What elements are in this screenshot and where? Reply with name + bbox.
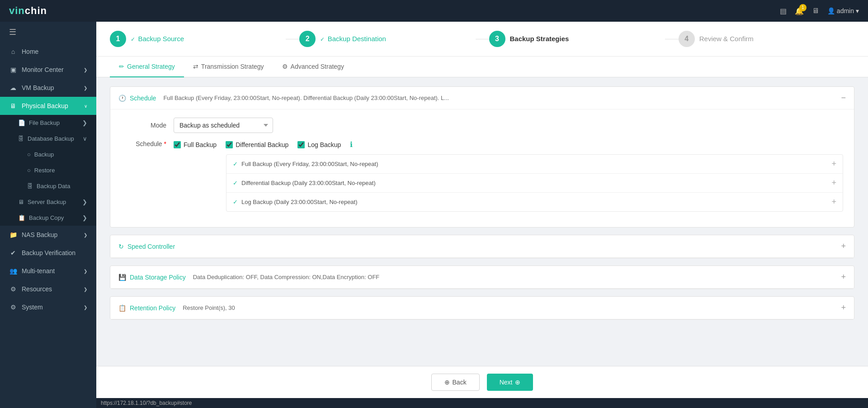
- storage-expand-icon[interactable]: +: [841, 272, 846, 282]
- full-backup-checkbox[interactable]: [174, 141, 181, 148]
- log-schedule-expand-icon[interactable]: +: [831, 197, 836, 207]
- checkbox-group: Full Backup Differential Backup Log Back…: [174, 140, 843, 149]
- next-icon: ⊕: [515, 379, 520, 386]
- log-check-icon: ✓: [233, 199, 238, 205]
- chevron-icon-vm: ❯: [84, 85, 87, 90]
- tab-general-strategy[interactable]: ✏ General Strategy: [110, 57, 184, 77]
- schedule-description: Full Backup (Every Friday, 23:00:00Start…: [163, 95, 449, 101]
- sidebar-item-server-backup[interactable]: 🖥 Server Backup ❯: [0, 194, 96, 210]
- main-content: 1 ✓ Backup Source 2 ✓ Backup Destination…: [96, 22, 868, 408]
- schedule-card-header[interactable]: 🕐 Schedule Full Backup (Every Friday, 23…: [110, 87, 854, 109]
- sidebar-item-backup-copy[interactable]: 📋 Backup Copy ❯: [0, 210, 96, 226]
- messages-icon[interactable]: ▤: [780, 7, 787, 15]
- back-button[interactable]: ⊕ Back: [431, 374, 480, 391]
- schedule-item-differential: ✓ Differential Backup (Daily 23:00:00Sta…: [226, 174, 843, 193]
- step-label-2: ✓ Backup Destination: [320, 35, 386, 43]
- diff-schedule-expand-icon[interactable]: +: [831, 178, 836, 188]
- nas-backup-icon: 📁: [9, 231, 17, 238]
- retention-card-header[interactable]: 📋 Retention Policy Restore Point(s), 30 …: [110, 297, 854, 319]
- speed-title: Speed Controller: [127, 243, 175, 250]
- retention-title: Retention Policy: [130, 304, 175, 312]
- sidebar-label-backup-copy: Backup Copy: [29, 214, 64, 221]
- speed-icon: ↻: [118, 243, 124, 250]
- chevron-tenant: ❯: [84, 269, 87, 274]
- sidebar-item-system[interactable]: ⚙ System ❯: [0, 298, 96, 316]
- transmission-tab-icon: ⇄: [193, 63, 198, 70]
- sidebar-item-physical-backup[interactable]: 🖥 Physical Backup ∨: [0, 97, 96, 115]
- wizard-step-1: 1 ✓ Backup Source: [110, 31, 286, 47]
- retention-policy-card: 📋 Retention Policy Restore Point(s), 30 …: [110, 296, 854, 320]
- full-check-icon: ✓: [233, 161, 238, 167]
- backup-copy-icon: 📋: [18, 214, 25, 221]
- backup-verification-icon: ✔: [9, 249, 17, 256]
- content-body: 🕐 Schedule Full Backup (Every Friday, 23…: [96, 77, 868, 366]
- tab-transmission-strategy[interactable]: ⇄ Transmission Strategy: [184, 57, 273, 77]
- sidebar-toggle[interactable]: ☰: [0, 22, 96, 43]
- schedule-controls: Full Backup Differential Backup Log Back…: [174, 140, 843, 212]
- schedule-item-full: ✓ Full Backup (Every Friday, 23:00:00Sta…: [226, 155, 843, 174]
- sidebar-item-restore[interactable]: ○ Restore: [0, 162, 96, 178]
- retention-description: Restore Point(s), 30: [183, 304, 235, 311]
- step-check-2: ✓: [320, 36, 325, 43]
- monitor-icon[interactable]: 🖥: [812, 7, 819, 15]
- sidebar-item-home[interactable]: ⌂ Home: [0, 43, 96, 61]
- notifications-icon[interactable]: 🔔 1: [795, 7, 804, 15]
- tab-advanced-strategy[interactable]: ⚙ Advanced Strategy: [273, 57, 353, 77]
- step-label-3: Backup Strategies: [510, 35, 569, 43]
- storage-card-header[interactable]: 💾 Data Storage Policy Data Deduplication…: [110, 266, 854, 289]
- sidebar-item-resources[interactable]: ⚙ Resources ❯: [0, 280, 96, 298]
- mode-select[interactable]: Backup as scheduled Manual Backup No Bac…: [174, 118, 273, 133]
- database-backup-icon: 🗄: [18, 135, 24, 142]
- retention-expand-icon[interactable]: +: [841, 303, 846, 313]
- logo-vin: vin: [9, 5, 25, 16]
- log-backup-checkbox[interactable]: [297, 141, 305, 148]
- sidebar-item-monitor[interactable]: ▣ Monitor Center ❯: [0, 61, 96, 79]
- sidebar-label-nas: NAS Backup: [22, 231, 57, 238]
- step-divider-3: [665, 39, 679, 39]
- storage-description: Data Deduplication: OFF, Data Compressio…: [193, 274, 380, 280]
- back-icon: ⊕: [444, 379, 450, 386]
- advanced-tab-icon: ⚙: [282, 63, 288, 70]
- sidebar-item-backup-verification[interactable]: ✔ Backup Verification: [0, 244, 96, 262]
- wizard-header: 1 ✓ Backup Source 2 ✓ Backup Destination…: [96, 22, 868, 57]
- chevron-icon-physical: ∨: [84, 104, 87, 109]
- sidebar-item-database-backup[interactable]: 🗄 Database Backup ∨: [0, 131, 96, 147]
- backup-circle-icon: ○: [27, 151, 31, 158]
- full-schedule-expand-icon[interactable]: +: [831, 159, 836, 169]
- sidebar-item-file-backup[interactable]: 📄 File Backup ❯: [0, 115, 96, 131]
- sidebar: ☰ ⌂ Home ▣ Monitor Center ❯ ☁ VM Backup …: [0, 22, 96, 408]
- sidebar-item-backup[interactable]: ○ Backup: [0, 147, 96, 162]
- speed-card-header[interactable]: ↻ Speed Controller +: [110, 235, 854, 258]
- speed-expand-icon[interactable]: +: [841, 242, 846, 251]
- sidebar-label-backup: Backup: [34, 151, 54, 158]
- differential-backup-checkbox[interactable]: [226, 141, 233, 148]
- schedule-collapse-icon[interactable]: −: [841, 93, 846, 103]
- step-circle-1: 1: [110, 31, 126, 47]
- schedule-item-log: ✓ Log Backup (Daily 23:00:00Start, No-re…: [226, 193, 843, 211]
- resources-icon: ⚙: [9, 285, 17, 293]
- sidebar-label-backup-data: Backup Data: [37, 183, 70, 190]
- chevron-system: ❯: [84, 305, 87, 310]
- full-backup-schedule-text: Full Backup (Every Friday, 23:00:00Start…: [241, 161, 378, 167]
- next-button[interactable]: Next ⊕: [487, 374, 533, 391]
- sidebar-item-nas-backup[interactable]: 📁 NAS Backup ❯: [0, 226, 96, 244]
- step-divider-2: [476, 39, 489, 39]
- schedule-row: Schedule * Full Backup: [121, 140, 843, 212]
- vm-backup-icon: ☁: [9, 84, 17, 91]
- sidebar-item-vm-backup[interactable]: ☁ VM Backup ❯: [0, 79, 96, 97]
- app-logo: vinchin: [9, 5, 47, 17]
- system-icon: ⚙: [9, 304, 17, 311]
- sidebar-item-multi-tenant[interactable]: 👥 Multi-tenant ❯: [0, 262, 96, 280]
- user-menu[interactable]: 👤 admin ▾: [827, 7, 859, 14]
- sidebar-label-monitor: Monitor Center: [22, 66, 64, 73]
- info-icon[interactable]: ℹ: [350, 140, 353, 149]
- differential-schedule-text: Differential Backup (Daily 23:00:00Start…: [241, 180, 376, 186]
- log-backup-checkbox-item: Log Backup: [297, 141, 341, 148]
- multi-tenant-icon: 👥: [9, 267, 17, 275]
- schedule-title: Schedule: [130, 95, 156, 102]
- chevron-file: ❯: [82, 119, 87, 126]
- schedule-item-log-left: ✓ Log Backup (Daily 23:00:00Start, No-re…: [233, 199, 358, 205]
- sidebar-label-resources: Resources: [22, 285, 52, 293]
- logo-chin: chin: [25, 5, 47, 16]
- sidebar-item-backup-data[interactable]: 🗄 Backup Data: [0, 178, 96, 194]
